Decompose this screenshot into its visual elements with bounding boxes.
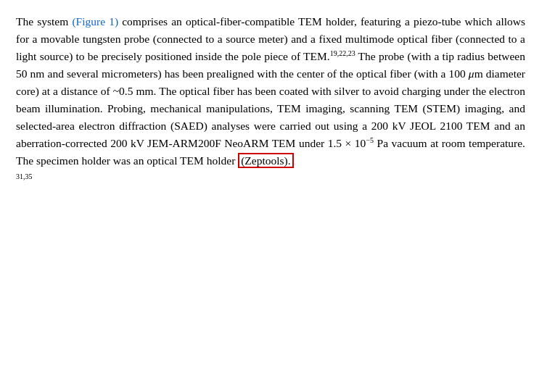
main-paragraph: The system (Figure 1) comprises an optic… <box>16 13 525 170</box>
footnote-superscript: 31,35 <box>16 172 33 180</box>
text-probe-section: The probe (with a tip radius between 50 … <box>16 50 525 167</box>
citation-superscript-1: 19,22,23 <box>330 49 355 57</box>
mu-symbol: μ <box>469 67 474 80</box>
zeptools-highlight: (Zeptools). <box>238 153 293 168</box>
citation-superscript-2: −5 <box>366 136 374 144</box>
footnote-area: 31,35 <box>16 172 525 187</box>
figure-1-link[interactable]: (Figure 1) <box>72 15 118 28</box>
text-start: The system <box>16 15 72 28</box>
